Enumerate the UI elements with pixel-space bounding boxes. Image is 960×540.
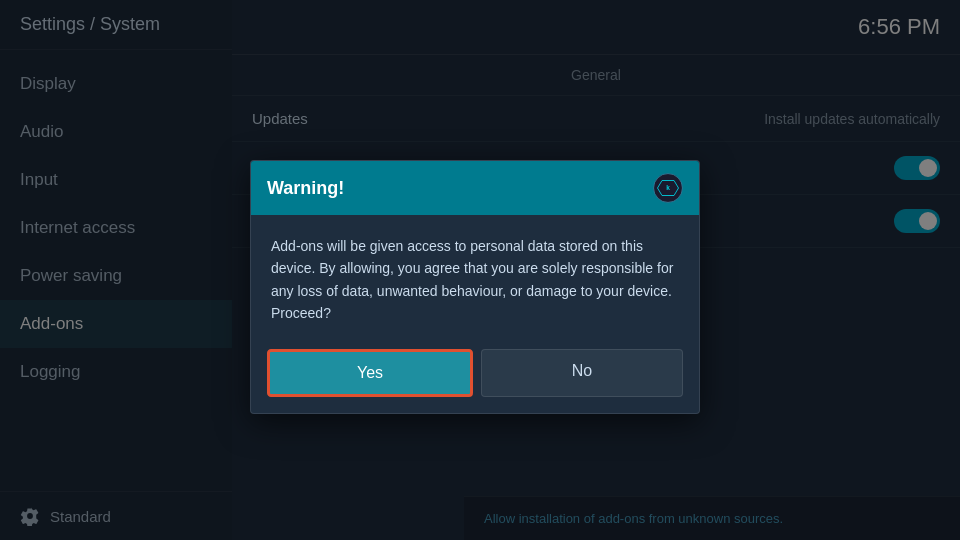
dialog-buttons: Yes No <box>251 341 699 413</box>
dialog-header: Warning! k <box>251 161 699 215</box>
dialog-body: Add-ons will be given access to personal… <box>251 215 699 341</box>
dialog-title: Warning! <box>267 178 344 199</box>
kodi-logo-icon: k <box>653 173 683 203</box>
yes-button[interactable]: Yes <box>267 349 473 397</box>
warning-dialog: Warning! k Add-ons will be given access … <box>250 160 700 414</box>
modal-overlay: Warning! k Add-ons will be given access … <box>0 0 960 540</box>
no-button[interactable]: No <box>481 349 683 397</box>
svg-text:k: k <box>666 184 670 191</box>
